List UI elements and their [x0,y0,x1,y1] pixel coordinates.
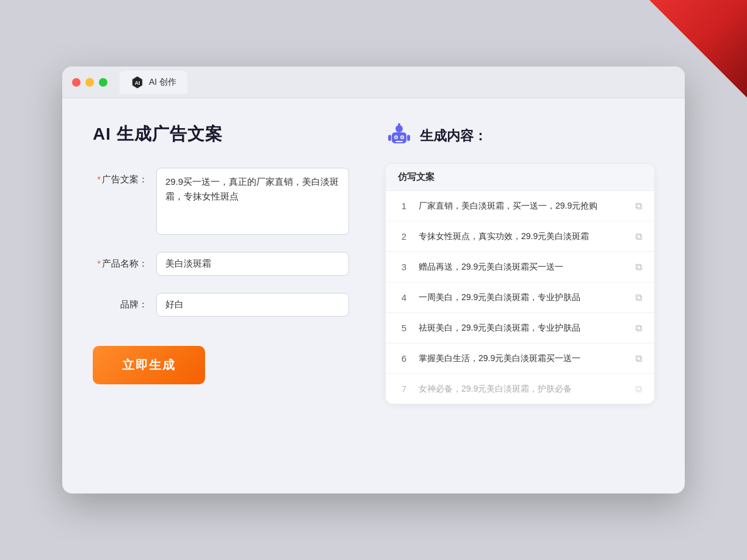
row-number-7: 7 [398,384,410,394]
copy-icon-7[interactable]: ⧉ [635,384,642,395]
table-header: 仿写文案 [386,164,654,191]
svg-point-9 [402,137,403,138]
table-row: 5 祛斑美白，29.9元美白淡斑霜，专业护肤品 ⧉ [386,313,654,343]
brand-label: 品牌： [93,293,148,311]
copy-icon-5[interactable]: ⧉ [635,323,642,334]
copy-icon-4[interactable]: ⧉ [635,292,642,303]
browser-window: AI AI 创作 AI 生成广告文案 *广告文案： 29.9买一送一，真正的厂家… [62,66,685,494]
copy-icon-2[interactable]: ⧉ [635,231,642,242]
row-number-6: 6 [398,353,410,364]
ad-copy-label: *广告文案： [93,168,148,185]
minimize-button[interactable] [85,78,94,87]
ad-copy-group: *广告文案： 29.9买一送一，真正的厂家直销，美白淡斑霜，专抹女性斑点 [93,168,349,235]
row-text-6: 掌握美白生活，29.9元美白淡斑霜买一送一 [419,352,627,365]
maximize-button[interactable] [99,78,107,87]
copy-icon-1[interactable]: ⧉ [635,201,642,212]
table-row: 7 女神必备，29.9元美白淡斑霜，护肤必备 ⧉ [386,374,654,404]
row-text-2: 专抹女性斑点，真实功效，29.9元美白淡斑霜 [419,230,627,243]
row-number-5: 5 [398,323,410,333]
table-row: 4 一周美白，29.9元美白淡斑霜，专业护肤品 ⧉ [386,282,654,313]
title-bar: AI AI 创作 [62,66,685,98]
table-row: 1 厂家直销，美白淡斑霜，买一送一，29.9元抢购 ⧉ [386,191,654,221]
right-panel: 生成内容： 仿写文案 1 厂家直销，美白淡斑霜，买一送一，29.9元抢购 ⧉ 2… [386,123,654,469]
table-row: 6 掌握美白生活，29.9元美白淡斑霜买一送一 ⧉ [386,343,654,374]
page-title: AI 生成广告文案 [93,123,349,146]
main-content: AI 生成广告文案 *广告文案： 29.9买一送一，真正的厂家直销，美白淡斑霜，… [62,98,685,494]
svg-rect-5 [407,135,410,141]
table-row: 3 赠品再送，29.9元美白淡斑霜买一送一 ⧉ [386,252,654,282]
svg-point-8 [395,137,397,138]
row-text-5: 祛斑美白，29.9元美白淡斑霜，专业护肤品 [419,321,627,334]
brand-input[interactable] [156,293,349,317]
svg-text:AI: AI [135,79,140,85]
product-name-group: *产品名称： [93,252,349,276]
close-button[interactable] [72,78,81,87]
ad-copy-input[interactable]: 29.9买一送一，真正的厂家直销，美白淡斑霜，专抹女性斑点 [156,168,349,235]
required-star-1: * [97,174,101,184]
ai-tab-icon: AI [131,76,144,89]
row-text-3: 赠品再送，29.9元美白淡斑霜买一送一 [419,260,627,273]
result-table: 仿写文案 1 厂家直销，美白淡斑霜，买一送一，29.9元抢购 ⧉ 2 专抹女性斑… [386,164,654,404]
traffic-lights [72,78,107,87]
required-star-2: * [97,258,101,268]
row-number-2: 2 [398,231,410,242]
ai-creation-tab[interactable]: AI AI 创作 [120,71,187,94]
svg-rect-4 [388,135,391,141]
svg-rect-10 [395,141,403,142]
svg-point-12 [398,123,400,126]
copy-icon-6[interactable]: ⧉ [635,353,642,364]
robot-icon [386,123,413,149]
row-number-1: 1 [398,201,410,211]
row-text-4: 一周美白，29.9元美白淡斑霜，专业护肤品 [419,291,627,304]
row-text-7: 女神必备，29.9元美白淡斑霜，护肤必备 [419,382,627,395]
generate-button[interactable]: 立即生成 [93,346,205,384]
row-number-4: 4 [398,292,410,303]
product-name-label: *产品名称： [93,252,148,270]
tab-label: AI 创作 [149,77,176,88]
row-number-3: 3 [398,262,410,272]
left-panel: AI 生成广告文案 *广告文案： 29.9买一送一，真正的厂家直销，美白淡斑霜，… [93,123,349,469]
result-title: 生成内容： [420,127,487,145]
copy-icon-3[interactable]: ⧉ [635,262,642,273]
row-text-1: 厂家直销，美白淡斑霜，买一送一，29.9元抢购 [419,199,627,212]
brand-group: 品牌： [93,293,349,317]
product-name-input[interactable] [156,252,349,276]
result-header: 生成内容： [386,123,654,149]
table-row: 2 专抹女性斑点，真实功效，29.9元美白淡斑霜 ⧉ [386,221,654,252]
